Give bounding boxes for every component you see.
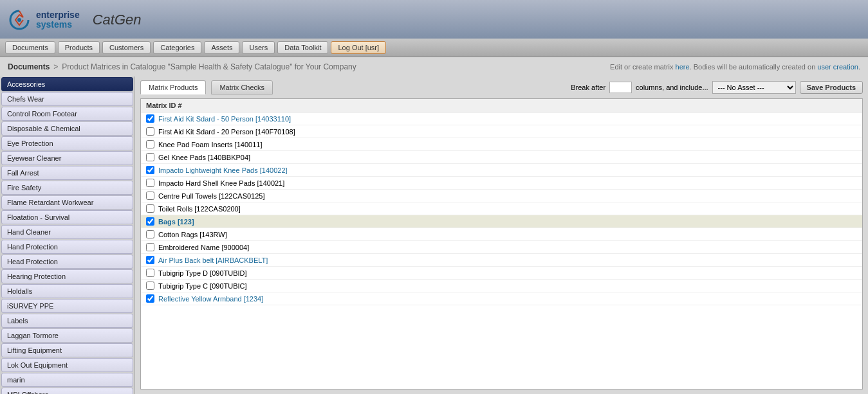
- table-row: First Aid Kit Sdard - 50 Person [1403311…: [141, 112, 862, 125]
- include-select[interactable]: --- No Asset ---: [712, 81, 796, 94]
- logo-area: enterprise systems CatGen: [8, 8, 142, 31]
- breadcrumb-path: Product Matrices in Catalogue "Sample He…: [62, 62, 356, 71]
- toolbar-right: Break after columns, and include... --- …: [571, 81, 863, 94]
- sidebar-item-fall-arrest[interactable]: Fall Arrest: [1, 166, 133, 180]
- product-name-12: Air Plus Back belt [AIRBACKBELT]: [158, 256, 268, 264]
- sidebar-item-head-protection[interactable]: Head Protection: [1, 255, 133, 269]
- sidebar-item-isurvey-ppe[interactable]: iSURVEY PPE: [1, 299, 133, 313]
- table-row: Impacto Lightweight Knee Pads [140022]: [141, 164, 862, 177]
- sidebar-item-holdalls[interactable]: Holdalls: [1, 284, 133, 298]
- sidebar-item-labels[interactable]: Labels: [1, 314, 133, 328]
- sidebar-item-control-room-footear[interactable]: Control Room Footear: [1, 107, 133, 121]
- product-checkbox-5[interactable]: [146, 166, 154, 174]
- break-after-input[interactable]: [609, 82, 632, 93]
- products-container: Matrix ID # First Aid Kit Sdard - 50 Per…: [140, 98, 863, 390]
- sidebar-item-laggan-tormore[interactable]: Laggan Tormore: [1, 328, 133, 343]
- product-checkbox-1[interactable]: [146, 114, 154, 123]
- product-name-3: Knee Pad Foam Inserts [140011]: [158, 141, 262, 148]
- sidebar-item-hearing-protection[interactable]: Hearing Protection: [1, 269, 133, 283]
- product-name-8: Toilet Rolls [122CAS0200]: [158, 205, 241, 213]
- sidebar-item-lifting-equipment[interactable]: Lifting Equipment: [1, 343, 133, 357]
- sidebar-item-eyewear-cleaner[interactable]: Eyewear Cleaner: [1, 151, 133, 165]
- product-checkbox-15[interactable]: [146, 294, 154, 303]
- table-row: Bags [123]: [141, 215, 862, 228]
- sidebar: Accessories Chefs Wear Control Room Foot…: [0, 76, 135, 394]
- table-row: Impacto Hard Shell Knee Pads [140021]: [141, 177, 862, 190]
- product-checkbox-6[interactable]: [146, 179, 154, 187]
- product-name-13: Tubigrip Type D [090TUBID]: [158, 269, 247, 277]
- nav-products[interactable]: Products: [58, 41, 100, 54]
- tab-matrix-checks[interactable]: Matrix Checks: [211, 80, 273, 94]
- breadcrumb: Documents > Product Matrices in Catalogu…: [0, 57, 868, 76]
- product-name-6: Impacto Hard Shell Knee Pads [140021]: [158, 179, 284, 187]
- table-row: Toilet Rolls [122CAS0200]: [141, 202, 862, 215]
- product-checkbox-11[interactable]: [146, 243, 154, 251]
- nav-users[interactable]: Users: [242, 41, 275, 54]
- table-row: Knee Pad Foam Inserts [140011]: [141, 138, 862, 151]
- sidebar-item-mpi-offshore[interactable]: MPI Offshore: [1, 388, 133, 394]
- logo-catgen-label: CatGen: [93, 12, 142, 28]
- breadcrumb-separator: >: [53, 62, 58, 71]
- sidebar-item-hand-cleaner[interactable]: Hand Cleaner: [1, 225, 133, 239]
- product-checkbox-10[interactable]: [146, 230, 154, 238]
- nav-documents[interactable]: Documents: [5, 41, 55, 54]
- product-name-10: Cotton Rags [143RW]: [158, 231, 227, 238]
- breadcrumb-user-creation-link[interactable]: user creation: [817, 63, 858, 71]
- sidebar-item-lok-out-equipment[interactable]: Lok Out Equipment: [1, 358, 133, 372]
- product-checkbox-8[interactable]: [146, 204, 154, 213]
- breadcrumb-here-link[interactable]: here: [676, 63, 690, 71]
- table-row: Centre Pull Towels [122CAS0125]: [141, 190, 862, 202]
- logo-systems-label: systems: [36, 20, 80, 30]
- breadcrumb-root: Documents: [8, 62, 50, 71]
- nav-logout[interactable]: Log Out [usr]: [331, 41, 386, 54]
- table-row: Cotton Rags [143RW]: [141, 228, 862, 241]
- nav-customers[interactable]: Customers: [102, 41, 151, 54]
- nav-categories[interactable]: Categories: [153, 41, 201, 54]
- logo-enterprise-label: enterprise: [36, 10, 80, 20]
- sidebar-item-hand-protection[interactable]: Hand Protection: [1, 240, 133, 254]
- table-row: Reflective Yellow Armband [1234]: [141, 292, 862, 305]
- sidebar-item-accessories[interactable]: Accessories: [1, 77, 133, 91]
- product-name-2: First Aid Kit Sdard - 20 Person [140F701…: [158, 128, 295, 136]
- product-checkbox-12[interactable]: [146, 256, 154, 264]
- sidebar-item-eye-protection[interactable]: Eye Protection: [1, 136, 133, 150]
- tab-matrix-products[interactable]: Matrix Products: [140, 80, 206, 94]
- sidebar-item-flame-retardant-workwear[interactable]: Flame Retardant Workwear: [1, 195, 133, 210]
- product-name-14: Tubigrip Type C [090TUBIC]: [158, 282, 247, 290]
- logo-icon: [8, 8, 31, 31]
- product-checkbox-9[interactable]: [146, 217, 154, 226]
- product-name-5: Impacto Lightweight Knee Pads [140022]: [158, 166, 288, 174]
- navbar: Documents Products Customers Categories …: [0, 39, 868, 57]
- product-name-15: Reflective Yellow Armband [1234]: [158, 295, 263, 303]
- table-row: Tubigrip Type D [090TUBID]: [141, 267, 862, 280]
- product-checkbox-7[interactable]: [146, 192, 154, 200]
- table-row: Gel Knee Pads [140BBKP04]: [141, 151, 862, 164]
- product-checkbox-2[interactable]: [146, 127, 154, 136]
- nav-assets[interactable]: Assets: [204, 41, 239, 54]
- table-row: First Aid Kit Sdard - 20 Person [140F701…: [141, 125, 862, 138]
- product-name-9: Bags [123]: [158, 218, 194, 226]
- product-name-11: Embroidered Name [900004]: [158, 244, 249, 251]
- sidebar-item-floatation-survival[interactable]: Floatation - Survival: [1, 210, 133, 224]
- logo-text: enterprise systems: [36, 10, 80, 30]
- product-name-7: Centre Pull Towels [122CAS0125]: [158, 192, 265, 200]
- app-header: enterprise systems CatGen: [0, 0, 868, 39]
- sidebar-item-disposable-chemical[interactable]: Disposable & Chemical: [1, 121, 133, 136]
- product-checkbox-4[interactable]: [146, 153, 154, 161]
- product-checkbox-3[interactable]: [146, 140, 154, 148]
- product-checkbox-13[interactable]: [146, 269, 154, 277]
- svg-point-0: [17, 18, 21, 22]
- sidebar-item-fire-safety[interactable]: Fire Safety: [1, 181, 133, 195]
- columns-label: columns, and include...: [636, 84, 708, 91]
- main-panel: Matrix Products Matrix Checks Break afte…: [135, 76, 868, 394]
- save-products-button[interactable]: Save Products: [800, 81, 863, 94]
- sidebar-item-marin[interactable]: marin: [1, 373, 133, 387]
- sidebar-item-chefs-wear[interactable]: Chefs Wear: [1, 92, 133, 106]
- product-name-4: Gel Knee Pads [140BBKP04]: [158, 154, 250, 161]
- nav-data-toolkit[interactable]: Data Toolkit: [277, 41, 328, 54]
- breadcrumb-hint: Edit or create matrix here. Bodies will …: [610, 63, 860, 71]
- break-after-label: Break after: [571, 84, 605, 91]
- main-container: Documents > Product Matrices in Catalogu…: [0, 57, 868, 394]
- product-checkbox-14[interactable]: [146, 282, 154, 290]
- breadcrumb-left: Documents > Product Matrices in Catalogu…: [8, 62, 356, 71]
